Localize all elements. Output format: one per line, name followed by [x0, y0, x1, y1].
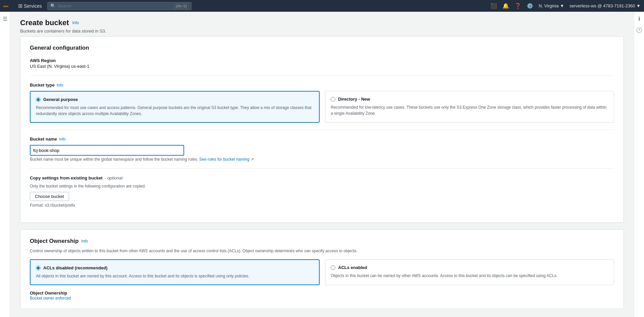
general-purpose-desc: Recommended for most use cases and acces…	[36, 105, 314, 117]
page-header: Create bucket Info Buckets are container…	[20, 18, 624, 34]
acls-enabled-label: ACLs enabled	[338, 265, 367, 270]
help-icon[interactable]: ❓	[515, 3, 521, 9]
choose-bucket-button[interactable]: Choose bucket	[30, 192, 69, 201]
general-purpose-option[interactable]: General purpose Recommended for most use…	[30, 91, 320, 123]
sidebar-toggle: ☰	[0, 12, 10, 317]
acls-enabled-option[interactable]: ACLs enabled Objects in this bucket can …	[325, 259, 614, 285]
page-subtitle: Buckets are containers for data stored i…	[20, 29, 624, 34]
bucket-type-label: Bucket type	[30, 83, 55, 88]
divider-3	[30, 168, 614, 169]
copy-settings-label-row: Copy settings from existing bucket - opt…	[30, 175, 614, 180]
object-ownership-title-row: Object Ownership Info	[30, 238, 614, 245]
acls-enabled-header: ACLs enabled	[331, 265, 608, 270]
object-ownership-result-label: Object Ownership	[30, 290, 614, 296]
bucket-name-input[interactable]	[30, 145, 184, 156]
svg-text:aws: aws	[3, 4, 9, 7]
terminal-icon[interactable]: ⬛	[490, 3, 497, 9]
object-ownership-info-link[interactable]: Info	[81, 239, 88, 244]
region-selector[interactable]: N. Virginia ▼	[539, 3, 564, 8]
copy-settings-section: Copy settings from existing bucket - opt…	[30, 175, 614, 208]
account-menu[interactable]: serverless-ws @ 4783-7191-2360 ▼	[570, 3, 641, 8]
settings-icon[interactable]: ⚙️	[527, 3, 533, 9]
acls-disabled-option[interactable]: ACLs disabled (recommended) All objects …	[30, 259, 320, 285]
app-body: ☰ Create bucket Info Buckets are contain…	[0, 12, 644, 317]
acls-disabled-header: ACLs disabled (recommended)	[36, 265, 314, 270]
bucket-type-label-row: Bucket type Info	[30, 83, 614, 88]
bucket-type-info-link[interactable]: Info	[57, 83, 63, 88]
aws-logo[interactable]: aws	[3, 2, 15, 10]
bucket-name-section: Bucket name Info Bucket name must be uni…	[30, 137, 614, 162]
general-config-title: General configuration	[30, 45, 614, 51]
divider-1	[30, 75, 614, 76]
bucket-owner-enforced-link[interactable]: Bucket owner enforced	[30, 296, 71, 301]
copy-settings-label: Copy settings from existing bucket	[30, 175, 103, 180]
general-purpose-header: General purpose	[36, 97, 314, 102]
history-panel-icon[interactable]: 🕐	[636, 27, 642, 33]
bell-icon[interactable]: 🔔	[502, 3, 509, 9]
bucket-name-label: Bucket name	[30, 137, 57, 142]
acls-enabled-radio[interactable]	[331, 265, 335, 270]
top-navigation: aws ⊞ Services 🔍 [Alt+S] ⬛ 🔔 ❓ ⚙️ N. Vir…	[0, 0, 644, 12]
directory-option[interactable]: Directory - New Recommended for low-late…	[325, 91, 614, 123]
menu-icon[interactable]: ☰	[3, 16, 7, 22]
search-shortcut: [Alt+S]	[174, 3, 189, 9]
general-purpose-label: General purpose	[43, 97, 78, 102]
page-info-link[interactable]: Info	[72, 20, 79, 25]
bucket-name-label-row: Bucket name Info	[30, 137, 614, 142]
bucket-name-hint: Bucket name must be unique within the gl…	[30, 157, 614, 162]
object-ownership-result: Object Ownership Bucket owner enforced	[30, 290, 614, 301]
bucket-type-options: General purpose Recommended for most use…	[30, 91, 614, 123]
divider-2	[30, 129, 614, 130]
aws-region-label: AWS Region	[30, 58, 614, 63]
aws-region-section: AWS Region US East (N. Virginia) us-east…	[30, 58, 614, 69]
acls-enabled-desc: Objects in this bucket can be owned by o…	[331, 273, 608, 279]
general-purpose-radio[interactable]	[36, 97, 41, 102]
copy-settings-optional: - optional	[105, 175, 122, 180]
right-panel: ℹ 🕐	[634, 12, 644, 317]
aws-region-value: US East (N. Virginia) us-east-1	[30, 64, 614, 69]
services-link[interactable]: Services	[24, 3, 42, 9]
copy-settings-desc: Only the bucket settings in the followin…	[30, 184, 614, 189]
acls-disabled-radio[interactable]	[36, 266, 41, 270]
page-title: Create bucket	[20, 18, 69, 27]
bucket-naming-rules-link[interactable]: See rules for bucket naming	[199, 157, 249, 162]
grid-icon[interactable]: ⊞	[18, 3, 22, 9]
acls-disabled-label: ACLs disabled (recommended)	[43, 265, 107, 270]
nav-right: ⬛ 🔔 ❓ ⚙️ N. Virginia ▼ serverless-ws @ 4…	[490, 3, 641, 9]
bucket-type-section: Bucket type Info General purpose Recomme…	[30, 83, 614, 123]
search-bar: 🔍 [Alt+S]	[47, 2, 192, 10]
content-area: Create bucket Info Buckets are container…	[10, 12, 634, 317]
page-title-row: Create bucket Info	[20, 18, 624, 27]
directory-label: Directory - New	[338, 97, 370, 102]
directory-radio[interactable]	[331, 97, 335, 102]
search-icon: 🔍	[50, 3, 56, 8]
info-panel-icon[interactable]: ℹ	[638, 16, 640, 22]
object-ownership-desc: Control ownership of objects written to …	[30, 248, 614, 254]
object-ownership-card: Object Ownership Info Control ownership …	[20, 229, 624, 309]
format-hint: Format: s3://bucket/prefix	[30, 203, 614, 208]
general-config-card: General configuration AWS Region US East…	[20, 36, 624, 223]
search-input[interactable]	[58, 3, 174, 8]
directory-header: Directory - New	[331, 97, 608, 102]
acl-options: ACLs disabled (recommended) All objects …	[30, 259, 614, 285]
acls-disabled-desc: All objects in this bucket are owned by …	[36, 273, 314, 279]
object-ownership-title: Object Ownership	[30, 238, 78, 245]
directory-desc: Recommended for low-latency use cases. T…	[331, 104, 608, 116]
bucket-name-info-link[interactable]: Info	[59, 137, 66, 142]
